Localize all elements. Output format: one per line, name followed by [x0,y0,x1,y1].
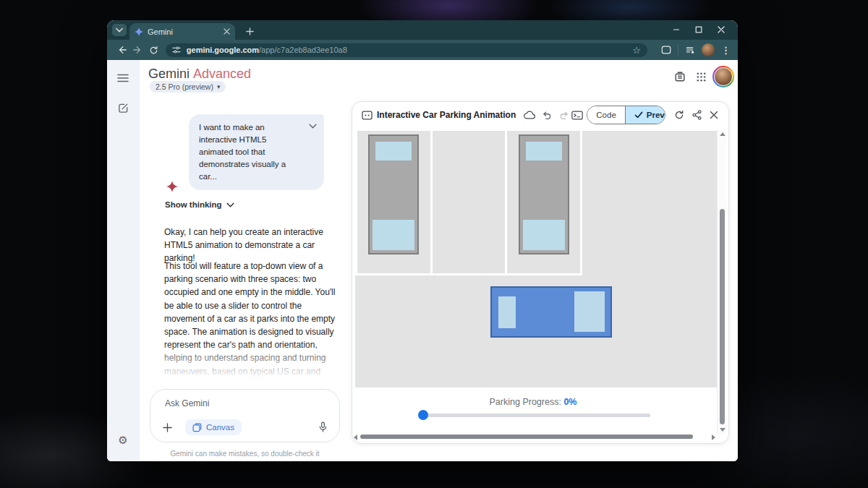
tab-close-icon[interactable] [224,28,230,35]
reload-icon [149,46,158,55]
microphone-icon [318,421,328,433]
console-icon [571,111,583,120]
car-rear-window [523,220,565,250]
refresh-preview-button[interactable] [673,108,686,121]
canvas-chip[interactable]: Canvas [185,419,242,435]
console-button[interactable] [571,108,584,121]
browser-toolbar: gemini.google.com/app/c7a2eb8ad3ee10a8 ☆… [107,40,738,60]
tab-title: Gemini [148,27,224,36]
side-panel-icon[interactable] [661,45,671,55]
model-selector[interactable]: 2.5 Pro (preview) ▾ [150,81,226,93]
back-button[interactable] [114,42,130,58]
parking-space-middle-empty [433,131,506,273]
car-rear-window [373,220,414,250]
parking-progress-text: Parking Progress: 0% [352,397,714,407]
chat-fade-overlay [140,343,349,389]
new-chat-button[interactable] [116,101,129,114]
moving-blue-car [490,286,612,338]
parking-space-right [507,131,580,273]
input-toolbar: Canvas [161,419,329,435]
account-avatar[interactable] [712,66,734,87]
close-panel-button[interactable] [707,108,720,121]
attach-button[interactable] [161,421,174,434]
window-close-button[interactable] [710,22,732,38]
media-controls-icon[interactable] [685,46,695,55]
scroll-right-arrow-icon[interactable] [712,435,715,440]
show-thinking-toggle[interactable]: Show thinking [165,200,234,209]
close-icon [710,111,718,119]
canvas-panel: Interactive Car Parking Animation [352,101,729,444]
tab-strip: Gemini [107,20,738,40]
code-tab-label: Code [596,111,616,119]
toolbar-right: ⋮ [655,43,731,56]
tab-search-button[interactable] [112,24,127,36]
site-settings-tune-icon[interactable] [172,46,181,54]
url-bar[interactable]: gemini.google.com/app/c7a2eb8ad3ee10a8 ☆ [166,43,647,57]
share-button[interactable] [690,108,703,121]
scroll-left-arrow-icon[interactable] [354,435,357,440]
scroll-down-arrow-icon[interactable] [720,428,726,432]
main-menu-button[interactable] [116,72,129,85]
canvas-icon [192,423,202,432]
canvas-chip-label: Canvas [206,423,234,432]
vertical-scroll-thumb[interactable] [720,209,725,424]
tab-gemini[interactable]: Gemini [129,23,235,40]
share-icon [692,110,702,120]
user-message-bubble: I want to make an interactive HTML5 anim… [189,114,324,190]
gemini-thinking-sparkle-icon [166,181,178,192]
reload-button[interactable] [145,42,161,58]
slider-thumb[interactable] [418,410,428,420]
window-minimize-button[interactable] [665,22,687,38]
car-rear-window [498,296,516,328]
hamburger-icon [117,74,129,82]
side-rail: ⚙ [107,60,140,461]
bookmark-star-icon[interactable]: ☆ [632,46,641,55]
plus-icon [246,27,254,35]
canvas-doc-icon [360,108,373,121]
parking-lot [355,131,582,275]
horizontal-scroll-thumb[interactable] [360,435,693,439]
model-selector-label: 2.5 Pro (preview) [156,82,213,91]
chat-history-button[interactable] [673,70,686,83]
parking-animation-canvas [355,131,717,388]
code-tab[interactable]: Code [587,106,626,124]
cloud-saved-button[interactable] [523,108,536,121]
disclaimer-text: Gemini can make mistakes, so double-chec… [142,450,347,458]
cloud-icon [524,111,535,119]
url-host: gemini.google.com [187,46,259,54]
plus-icon [163,423,172,432]
window-controls [665,22,732,38]
preview-horizontal-scrollbar[interactable] [354,434,715,440]
browser-menu-icon[interactable]: ⋮ [721,46,731,55]
parking-progress-label: Parking Progress: [490,397,561,407]
refresh-icon [674,110,684,120]
car-windshield [526,142,562,160]
google-apps-button[interactable] [694,70,707,83]
preview-vertical-scrollbar[interactable] [717,129,726,435]
parked-car-left [368,134,419,254]
url-text: gemini.google.com/app/c7a2eb8ad3ee10a8 [187,46,347,54]
parking-progress-value: 0% [563,397,576,407]
code-preview-toggle: Code Preview [587,106,665,124]
window-maximize-button[interactable] [687,22,710,38]
forward-button[interactable] [130,42,146,58]
browser-profile-avatar[interactable] [702,43,715,56]
user-message-text: I want to make an interactive HTML5 anim… [199,123,286,181]
undo-button[interactable] [540,108,553,121]
prompt-input[interactable]: Ask Gemini Canvas [150,389,340,442]
redo-icon [559,111,569,120]
redo-button[interactable] [558,108,571,121]
preview-tab[interactable]: Preview [626,106,665,124]
gemini-sparkle-favicon [135,27,143,36]
expand-message-icon[interactable] [309,124,317,129]
show-thinking-label: Show thinking [165,200,222,209]
undo-icon [542,111,552,120]
mic-button[interactable] [316,421,329,434]
new-tab-button[interactable] [243,25,256,38]
parking-space-left [357,131,430,273]
settings-button[interactable]: ⚙ [116,433,129,446]
chevron-down-icon [226,202,234,207]
apps-grid-icon [696,72,707,82]
scroll-up-arrow-icon[interactable] [720,132,726,136]
parking-progress-slider[interactable] [422,414,650,417]
